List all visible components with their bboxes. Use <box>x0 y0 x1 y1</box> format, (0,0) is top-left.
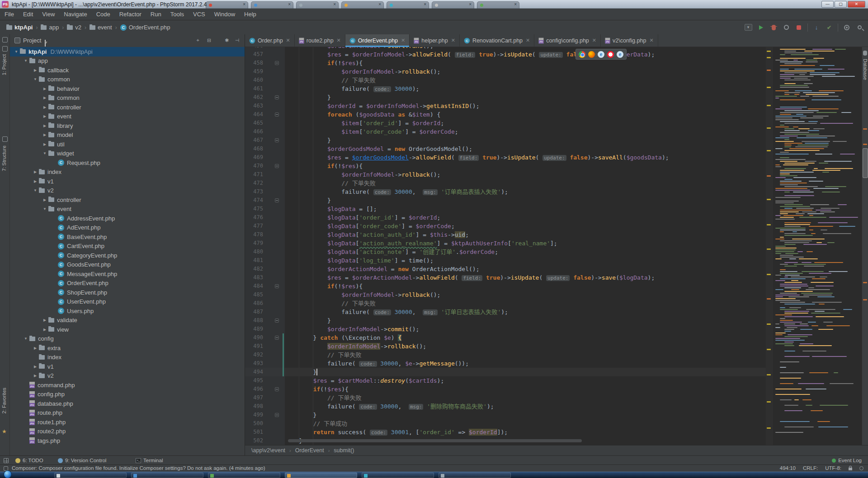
menu-item-navigate[interactable]: Navigate <box>59 9 91 20</box>
editor-tab-v2-config-php[interactable]: v2\config.php✕ <box>601 34 658 47</box>
vcs-commit-icon[interactable]: ✔ <box>825 23 833 32</box>
tree-arrow-icon[interactable]: ▶ <box>32 374 39 378</box>
stop-icon[interactable] <box>795 23 803 32</box>
tree-arrow-icon[interactable]: ▶ <box>41 114 48 118</box>
toolwindow-switcher[interactable] <box>4 456 9 465</box>
tree-arrow-icon[interactable]: ▶ <box>41 318 48 322</box>
code-line-481[interactable]: 481 $logData['log_time'] = time(); <box>245 256 766 265</box>
code-editor[interactable]: 456 $orderInfoModel->startTrans();457 $r… <box>245 47 766 445</box>
tree-item-library[interactable]: ▶library <box>10 121 245 131</box>
tree-item-config-php[interactable]: config.php <box>10 390 245 399</box>
editor-tab-helper-php[interactable]: helper.php✕ <box>410 34 460 47</box>
opera-icon[interactable] <box>607 51 614 58</box>
tree-arrow-icon[interactable]: ▼ <box>13 50 20 54</box>
minimize-button[interactable]: — <box>821 1 834 8</box>
lock-icon[interactable] <box>849 468 852 470</box>
tree-arrow-icon[interactable]: ▶ <box>41 142 48 146</box>
tree-arrow-icon[interactable]: ▶ <box>41 133 48 137</box>
code-line-459[interactable]: 459 $orderInfoModel->rollback(); <box>245 67 766 76</box>
tree-arrow-icon[interactable]: ▼ <box>41 151 48 155</box>
coverage-icon[interactable] <box>782 23 790 32</box>
tree-item-widget[interactable]: ▼widget <box>10 149 245 159</box>
code-line-467[interactable]: 467 } <box>245 136 766 145</box>
toolwindow-button-9-version-control[interactable]: 9: Version Control <box>58 456 106 465</box>
debug-icon[interactable] <box>769 23 778 32</box>
warning-stripe-mark[interactable] <box>767 401 771 403</box>
warning-stripe-mark[interactable] <box>767 323 771 325</box>
breadcrumb-item-event[interactable]: event <box>90 24 112 31</box>
taskbar-button[interactable] <box>131 473 203 478</box>
tool-stripe-structure[interactable]: 7: Structure <box>1 145 7 171</box>
tree-item-view[interactable]: ▶view <box>10 325 245 334</box>
warning-stripe-mark[interactable] <box>767 374 771 375</box>
tree-item-categoryevent-php[interactable]: CCategoryEvent.php <box>10 251 245 260</box>
code-line-457[interactable]: 457 $res = $orderInfoModel->allowField( … <box>245 50 766 59</box>
structure-tool-icon[interactable] <box>2 136 8 142</box>
warning-stripe-mark[interactable] <box>767 105 771 106</box>
edge-icon[interactable]: e <box>617 51 623 58</box>
code-line-460[interactable]: 460 // 下单失败 <box>245 76 766 84</box>
menu-item-edit[interactable]: Edit <box>19 9 38 20</box>
tree-item-users-php[interactable]: CUsers.php <box>10 306 245 316</box>
tree-item-controller[interactable]: ▶controller <box>10 103 245 112</box>
taskbar-button[interactable] <box>362 473 434 478</box>
taskbar-button[interactable] <box>439 473 511 478</box>
warning-stripe-mark[interactable] <box>767 248 771 250</box>
code-line-484[interactable]: 484 if(!$res){ <box>245 282 766 291</box>
breadcrumb-item-ktpapi[interactable]: ktpApi <box>6 24 33 31</box>
tree-item-extra[interactable]: ▶extra <box>10 343 245 353</box>
tree-item-v2[interactable]: ▶v2 <box>10 371 245 381</box>
code-minimap[interactable] <box>772 47 862 445</box>
vcs-update-icon[interactable]: ↓ <box>812 23 821 32</box>
fold-marker-icon[interactable] <box>275 413 279 417</box>
tree-item-messageevent-php[interactable]: CMessageEvent.php <box>10 269 245 279</box>
toolwindow-button-terminal[interactable]: >_Terminal <box>136 456 163 465</box>
tree-item-userevent-php[interactable]: CUserEvent.php <box>10 297 245 307</box>
code-line-471[interactable]: 471 $orderInfoModel->rollback(); <box>245 170 766 179</box>
code-line-497[interactable]: 497 // 下单失败 <box>245 394 766 402</box>
close-icon[interactable]: ✕ <box>337 37 341 43</box>
code-line-480[interactable]: 480 $logData['action_note'] = '创建了订单'.$o… <box>245 248 766 256</box>
tree-arrow-icon[interactable]: ▶ <box>41 105 48 109</box>
code-line-470[interactable]: 470 if(!$res){ <box>245 162 766 170</box>
code-line-498[interactable]: 498 failure( code: 30000, msg: '删除购物车商品失… <box>245 402 766 411</box>
project-view-selector[interactable]: Project▾ <box>14 37 46 47</box>
search-icon[interactable] <box>855 23 863 32</box>
editor-tab-route2-php[interactable]: route2.php✕ <box>295 34 345 47</box>
close-icon[interactable]: ✕ <box>451 37 455 43</box>
warning-stripe-mark[interactable] <box>767 57 771 58</box>
code-line-472[interactable]: 472 // 下单失败 <box>245 179 766 187</box>
tree-item-v1[interactable]: ▶v1 <box>10 177 245 186</box>
toolwindow-button-6-todo[interactable]: 6: TODO <box>15 456 43 465</box>
code-line-458[interactable]: 458 if(!$res){ <box>245 59 766 67</box>
editor-breadcrumb-item[interactable]: submit() <box>334 447 354 454</box>
tree-arrow-icon[interactable]: ▶ <box>41 198 48 202</box>
editor-tab-orderevent-php[interactable]: COrderEvent.php✕ <box>345 34 410 47</box>
code-line-461[interactable]: 461 failure( code: 30000); <box>245 84 766 93</box>
warning-stripe-mark[interactable] <box>767 127 771 129</box>
tree-arrow-icon[interactable]: ▶ <box>32 170 39 174</box>
code-line-478[interactable]: 478 $logData['action_auth_id'] = $this->… <box>245 230 766 239</box>
tree-item-tags-php[interactable]: tags.php <box>10 436 245 445</box>
settings-gear-icon[interactable] <box>843 23 851 32</box>
project-tool-icon[interactable] <box>2 46 8 52</box>
menu-item-refactor[interactable]: Refactor <box>115 9 146 20</box>
warning-stripe-mark[interactable] <box>767 427 771 429</box>
tree-arrow-icon[interactable]: ▶ <box>32 179 39 183</box>
error-stripe[interactable] <box>766 47 772 445</box>
tree-item-goodsevent-php[interactable]: CGoodsEvent.php <box>10 260 245 270</box>
code-line-475[interactable]: 475 $logData = []; <box>245 205 766 213</box>
code-line-464[interactable]: 464 foreach ($goodsData as &$item) { <box>245 110 766 119</box>
run-config-dropdown[interactable]: ▾ <box>744 23 752 32</box>
fold-marker-icon[interactable] <box>275 387 279 391</box>
tree-item-common[interactable]: ▶common <box>10 94 245 103</box>
editor-tab-config-config-php[interactable]: config\config.php✕ <box>534 34 601 47</box>
code-line-477[interactable]: 477 $logData['order_code'] = $orderCode; <box>245 222 766 230</box>
tree-arrow-icon[interactable]: ▶ <box>41 124 48 128</box>
code-line-485[interactable]: 485 $orderInfoModel->rollback(); <box>245 291 766 299</box>
tree-item-config[interactable]: ▼config <box>10 334 245 344</box>
menu-item-tools[interactable]: Tools <box>166 9 189 20</box>
close-button[interactable]: ✕ <box>848 1 865 8</box>
hide-icon[interactable]: ⊣ <box>234 37 240 43</box>
menu-item-file[interactable]: File <box>0 9 19 20</box>
